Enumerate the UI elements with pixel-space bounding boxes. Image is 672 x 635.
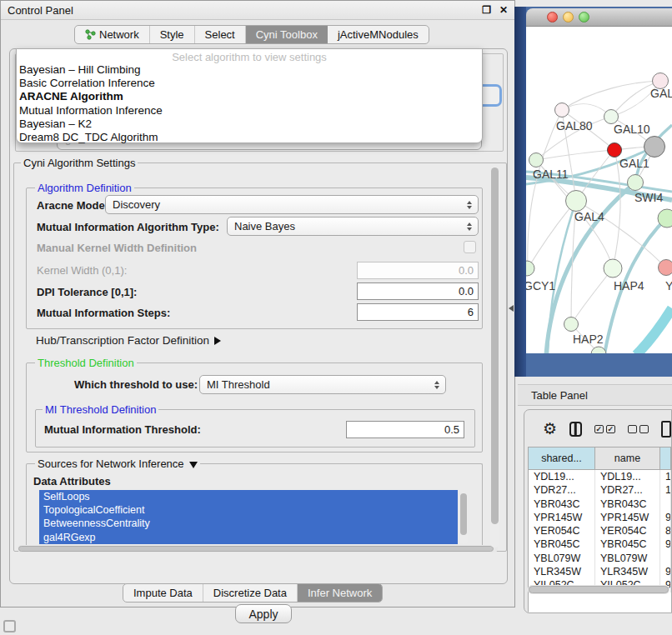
dropdown-item[interactable]: Mutual Information Inference [17, 104, 482, 118]
table-row[interactable]: YER054CYER054C8. [529, 524, 671, 538]
column-header-name[interactable]: name [595, 448, 660, 469]
node-gal10[interactable] [604, 110, 619, 124]
list-item[interactable]: gal4RGexp [39, 531, 458, 544]
tab-label: Infer Network [308, 587, 372, 599]
tab-label: Impute Data [133, 587, 193, 599]
stepper-arrows-icon [434, 381, 445, 389]
node-gal1-red[interactable] [608, 143, 622, 158]
node-right-green[interactable] [658, 209, 672, 228]
collapse-arrow-icon[interactable] [189, 462, 198, 468]
zoom-traffic-light-icon[interactable] [579, 12, 589, 22]
table-row[interactable]: YDR27...YDR27...12 [529, 483, 671, 497]
unchecked-box-icon [639, 425, 649, 433]
dpi-tolerance-input[interactable]: 0.0 [357, 282, 479, 300]
table-row[interactable]: YLR345WYLR345W9. [529, 565, 671, 578]
close-window-icon[interactable]: ✕ [499, 4, 508, 16]
node-label-gal11: GAL11 [533, 168, 569, 181]
column-header-cut[interactable] [660, 448, 671, 469]
table-row[interactable]: YBR045CYBR045C9. [529, 538, 671, 551]
table-row[interactable]: YBR043CYBR043C [529, 498, 671, 511]
network-window-titlebar[interactable] [526, 8, 672, 27]
settings-horizontal-scrollbar[interactable] [18, 545, 498, 552]
tab-label: jActiveMNodules [338, 28, 419, 41]
stepper-arrows-icon [467, 201, 478, 209]
node-salmon[interactable] [659, 260, 672, 276]
tab-label: Cyni Toolbox [256, 28, 318, 41]
kernel-width-input[interactable]: 0.0 [357, 262, 479, 279]
tab-discretize-data[interactable]: Discretize Data [203, 584, 298, 602]
unchecked-box-icon [628, 425, 637, 433]
bottom-tabbar: Impute Data Discretize Data Infer Networ… [123, 583, 383, 602]
list-item[interactable]: SelfLoops [39, 490, 458, 503]
table-horizontal-scrollbar[interactable] [528, 585, 669, 594]
data-attributes-list: SelfLoops TopologicalCoefficient Between… [39, 490, 458, 544]
node-labels: GAL GAL80 GAL10 GAL1 GAL11 SWI4 GAL4 GCY… [526, 87, 672, 346]
cell [660, 552, 671, 565]
table-header-row: shared... name [529, 448, 671, 470]
table-row[interactable]: YBL079WYBL079W [529, 552, 671, 565]
which-threshold-combobox[interactable]: MI Threshold [199, 375, 446, 394]
corner-grip-button[interactable] [3, 620, 16, 632]
cell: YBR043C [595, 498, 660, 511]
manual-kernel-width-checkbox[interactable] [464, 241, 476, 253]
apply-button[interactable]: Apply [235, 604, 292, 623]
tab-infer-network[interactable]: Infer Network [298, 584, 382, 602]
tab-impute-data[interactable]: Impute Data [123, 584, 203, 602]
node-swi4[interactable] [628, 175, 644, 191]
dropdown-item[interactable]: Bayesian – K2 [17, 118, 482, 131]
table-panel-title: Table Panel [531, 389, 588, 402]
node-label-hap2: HAP2 [573, 332, 604, 346]
node-hap2[interactable] [564, 318, 579, 332]
table-row[interactable]: YDL19...YDL19...13 [529, 470, 671, 483]
dropdown-item-selected[interactable]: ARACNE Algorithm [17, 90, 482, 103]
dropdown-item[interactable]: Dream8 DC_TDC Algorithm [17, 131, 482, 144]
mi-algorithm-type-combobox[interactable]: Naive Bayes [227, 217, 479, 236]
cell: YBR045C [595, 538, 660, 551]
node-gal80[interactable] [555, 103, 569, 118]
cell: 13 [660, 470, 671, 483]
splitpane-collapse-arrow-icon[interactable] [509, 305, 514, 312]
column-header-shared[interactable]: shared... [529, 448, 595, 469]
columns-icon[interactable] [569, 422, 582, 437]
cell: YBR045C [529, 538, 595, 551]
mi-threshold-input[interactable]: 0.5 [346, 421, 464, 438]
expand-arrow-icon[interactable] [214, 337, 221, 345]
file-icon[interactable] [661, 421, 671, 438]
minimize-traffic-light-icon[interactable] [563, 12, 574, 22]
node-gal4[interactable] [566, 191, 587, 212]
gear-icon[interactable]: ⚙ [543, 421, 557, 438]
network-canvas[interactable]: GAL GAL80 GAL10 GAL1 GAL11 SWI4 GAL4 GCY… [526, 27, 672, 353]
hub-definition-label: Hub/Transcription Factor Definition [36, 334, 209, 347]
dropdown-item[interactable]: Bayesian – Hill Climbing [17, 63, 482, 77]
settings-vertical-scrollbar[interactable] [490, 166, 499, 548]
close-traffic-light-icon[interactable] [547, 12, 558, 22]
node-label-gal4: GAL4 [574, 210, 604, 223]
cell: 12 [660, 483, 671, 497]
table-panel: ⚙ ✓ ✓ shared... name YDL19...YDL19...13 … [524, 409, 672, 613]
attributes-list-scrollbar[interactable] [459, 492, 468, 544]
group-title: Cyni Algorithm Settings [21, 157, 138, 169]
tab-network[interactable]: Network [75, 26, 150, 43]
cell: YDL19... [595, 470, 660, 483]
deselect-all-columns-icon[interactable] [628, 425, 649, 433]
mi-steps-input[interactable]: 6 [357, 303, 479, 321]
group-title: Algorithm Definition [35, 182, 134, 194]
cell: 9. [660, 511, 671, 524]
list-item[interactable]: TopologicalCoefficient [39, 503, 458, 517]
node-gray[interactable] [644, 137, 665, 158]
dropdown-item[interactable]: Basic Correlation Inference [17, 77, 482, 90]
aracne-mode-combobox[interactable]: Discovery [105, 195, 479, 214]
list-item[interactable]: BetweennessCentrality [39, 517, 458, 530]
node-hap4[interactable] [604, 259, 622, 278]
tab-cyni-toolbox[interactable]: Cyni Toolbox [246, 26, 328, 43]
dropdown-placeholder: Select algorithm to view settings [17, 51, 482, 63]
float-window-icon[interactable]: ❐ [482, 4, 491, 16]
hub-definition-toggle[interactable]: Hub/Transcription Factor Definition [36, 334, 221, 347]
table-row[interactable]: YPR145WYPR145W9. [529, 511, 671, 524]
node-gal11[interactable] [529, 153, 544, 168]
node-gcy1[interactable] [526, 261, 534, 276]
tab-style[interactable]: Style [150, 26, 195, 43]
tab-jactivemnodules[interactable]: jActiveMNodules [328, 26, 429, 43]
tab-select[interactable]: Select [195, 26, 246, 43]
select-all-columns-icon[interactable]: ✓ ✓ [594, 425, 615, 433]
